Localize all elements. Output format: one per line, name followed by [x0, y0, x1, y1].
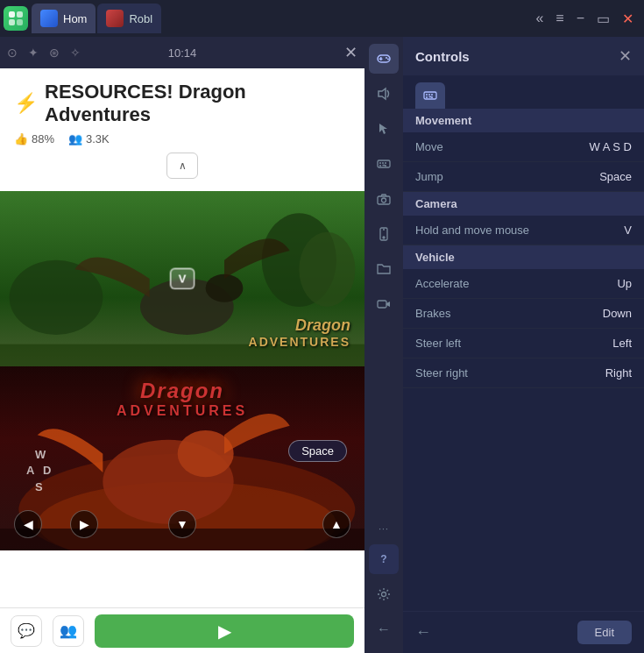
game-panel: ⊙ ✦ ⊛ ✧ 10:14 ✕ ⚡ RESOURCES! Dragon Adve…: [0, 37, 364, 653]
svg-rect-36: [378, 301, 386, 308]
controls-close-button[interactable]: ✕: [619, 46, 632, 66]
steer-right-label: Steer right: [415, 366, 468, 380]
tab-home[interactable]: Hom: [32, 4, 96, 33]
home-tab-label: Hom: [63, 12, 87, 25]
ad-keys: A D: [26, 463, 51, 479]
roblox-tab-icon: [106, 10, 124, 27]
tab-roblox[interactable]: Robl: [97, 4, 161, 33]
window-controls: « ≡ − ▭ ✕: [535, 11, 640, 27]
control-row-jump: Jump Space: [403, 162, 644, 192]
game-image-2: Dragon ADVENTURES W A D S: [0, 366, 364, 550]
move-key: W A S D: [590, 140, 632, 153]
menu-button[interactable]: ≡: [556, 11, 563, 26]
svg-point-20: [386, 57, 387, 59]
svg-marker-23: [379, 124, 387, 134]
minimize-button[interactable]: −: [577, 11, 584, 26]
svg-rect-39: [424, 92, 436, 99]
brakes-key: Down: [603, 307, 632, 320]
game-title: RESOURCES! Dragon Adventures: [45, 81, 350, 127]
svg-rect-19: [379, 59, 383, 60]
side-btn-volume[interactable]: [369, 79, 399, 109]
game-images: Dragon ADVENTURES V: [0, 191, 364, 550]
friends-icon: 👥: [60, 622, 77, 639]
nav-arrow-down[interactable]: ▼: [168, 510, 196, 538]
svg-point-6: [299, 231, 355, 306]
game-toolbar: ⊙ ✦ ⊛ ✧ 10:14 ✕: [0, 37, 364, 68]
side-btn-camera[interactable]: [369, 184, 399, 214]
side-dots: ···: [379, 524, 388, 534]
svg-rect-0: [9, 11, 15, 18]
svg-rect-1: [17, 11, 23, 18]
side-btn-help[interactable]: ?: [369, 544, 399, 574]
controls-body[interactable]: Movement Move W A S D Jump Space Camera …: [403, 109, 644, 611]
roblox-tab-label: Robl: [129, 12, 152, 25]
control-row-brakes: Brakes Down: [403, 299, 644, 329]
svg-rect-2: [9, 19, 15, 25]
svg-point-35: [383, 237, 385, 238]
toolbar-icon-4[interactable]: ✧: [70, 46, 81, 60]
toolbar-icon-2[interactable]: ✦: [28, 46, 39, 60]
accelerate-key: Up: [617, 277, 632, 290]
control-row-steer-right: Steer right Right: [403, 358, 644, 388]
camera-key: V: [624, 224, 632, 237]
control-row-steer-left: Steer left Left: [403, 329, 644, 358]
close-button[interactable]: ✕: [622, 11, 633, 27]
collapse-details-button[interactable]: ∧: [166, 153, 198, 179]
game-logo-text1: Dragon: [249, 316, 350, 335]
w-key: W: [26, 447, 51, 463]
nav-arrow-up[interactable]: ▲: [322, 510, 350, 538]
side-btn-cursor[interactable]: [369, 114, 399, 144]
controls-panel: Controls ✕ Movement: [403, 37, 644, 653]
edit-button[interactable]: Edit: [577, 621, 632, 644]
game-close-button[interactable]: ✕: [344, 43, 357, 62]
steer-right-key: Right: [605, 366, 632, 380]
control-row-accelerate: Accelerate Up: [403, 269, 644, 299]
svg-point-32: [382, 198, 386, 202]
game-scroll-area[interactable]: ⚡ RESOURCES! Dragon Adventures 👍 88% 👥 3…: [0, 68, 364, 607]
nav-arrow-play[interactable]: ▶: [70, 510, 98, 538]
steer-left-label: Steer left: [415, 337, 461, 350]
dragon-title-text: Dragon: [37, 379, 329, 403]
main-content: ⊙ ✦ ⊛ ✧ 10:14 ✕ ⚡ RESOURCES! Dragon Adve…: [0, 37, 644, 653]
controls-back-button[interactable]: ←: [415, 623, 431, 642]
home-tab-icon: [40, 10, 58, 27]
side-btn-keyboard[interactable]: [369, 149, 399, 179]
nav-arrow-left[interactable]: ◀: [14, 510, 42, 538]
controls-title: Controls: [415, 49, 470, 64]
toolbar-icon-1[interactable]: ⊙: [7, 46, 18, 60]
section-header-movement: Movement: [403, 109, 644, 132]
maximize-button[interactable]: ▭: [597, 11, 610, 27]
game-header: ⚡ RESOURCES! Dragon Adventures 👍 88% 👥 3…: [0, 68, 364, 191]
collapse-button[interactable]: «: [535, 11, 543, 26]
side-btn-settings[interactable]: [369, 579, 399, 609]
side-btn-back[interactable]: ←: [369, 614, 399, 644]
steer-left-key: Left: [612, 337, 632, 350]
like-percent: 88%: [32, 132, 54, 146]
side-btn-video[interactable]: [369, 289, 399, 319]
toolbar-icon-3[interactable]: ⊛: [49, 46, 60, 60]
jump-key: Space: [599, 170, 632, 183]
svg-rect-3: [17, 19, 23, 25]
controls-tab-keyboard[interactable]: [415, 82, 445, 109]
accelerate-label: Accelerate: [415, 277, 469, 290]
control-row-camera: Hold and move mouse V: [403, 216, 644, 245]
game-logo-text2: ADVENTURES: [249, 335, 350, 349]
side-btn-gamepad[interactable]: [369, 44, 399, 74]
adventures-title-text: ADVENTURES: [37, 403, 329, 419]
play-icon: ▶: [218, 621, 231, 642]
control-row-move: Move W A S D: [403, 132, 644, 162]
v-key-badge: V: [170, 267, 195, 289]
brakes-label: Brakes: [415, 307, 450, 320]
title-bar: Hom Robl « ≡ − ▭ ✕: [0, 0, 644, 37]
side-btn-folder[interactable]: [369, 254, 399, 284]
game-title-icon: ⚡: [14, 92, 38, 115]
wasd-badge: W A D S: [26, 447, 51, 495]
side-btn-apk[interactable]: [369, 219, 399, 249]
side-toolbar: ··· ? ←: [364, 37, 403, 653]
chat-button[interactable]: 💬: [11, 615, 42, 647]
play-button[interactable]: ▶: [95, 614, 354, 648]
toolbar-time: 10:14: [168, 46, 197, 60]
controls-tabs: [403, 75, 644, 109]
friends-button[interactable]: 👥: [53, 615, 84, 647]
like-icon: 👍: [14, 132, 28, 146]
